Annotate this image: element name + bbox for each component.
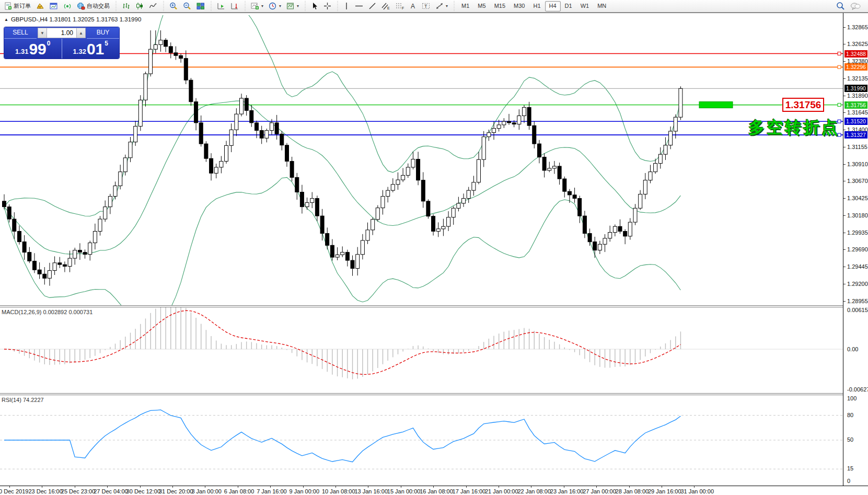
periods-button[interactable]: ▾	[266, 1, 284, 12]
candlestick-chart-button[interactable]	[133, 1, 146, 12]
timeframe-button-d1[interactable]: D1	[561, 1, 576, 11]
sell-button[interactable]: SELL	[4, 27, 37, 39]
horizontal-line-icon	[355, 2, 363, 10]
price-level-label: 1.32296	[844, 63, 867, 71]
price-tickmark	[843, 249, 846, 250]
price-axis[interactable]: 1.328651.326251.323801.321351.318901.316…	[843, 13, 868, 495]
buy-price-small: 1.32	[73, 48, 86, 55]
price-level-label: 1.31520	[844, 118, 867, 125]
price-tick-label: 1.28955	[847, 298, 868, 304]
price-tick-label: 1.29690	[847, 246, 868, 252]
price-tickmark	[843, 27, 846, 28]
trendline-button[interactable]	[366, 1, 379, 12]
zoom-out-button[interactable]	[180, 1, 194, 12]
price-tickmark	[843, 198, 846, 199]
zoom-in-button[interactable]	[167, 1, 180, 12]
main-chart-plot[interactable]	[0, 15, 843, 305]
fibonacci-button[interactable]: F	[393, 1, 407, 12]
time-tickmark	[531, 486, 531, 488]
indicators-dropdown-caret[interactable]: ▾	[261, 4, 263, 8]
autotrading-button[interactable]: 自动交易	[74, 1, 112, 12]
volume-up-button[interactable]: ▲	[76, 28, 86, 38]
time-label: 9 Jan 00:00	[290, 488, 320, 494]
cursor-button[interactable]	[308, 1, 321, 12]
price-tickmark	[843, 267, 846, 267]
templates-button[interactable]: ▾	[284, 1, 302, 12]
buy-price-big: 01	[87, 41, 104, 57]
sell-price[interactable]: 1.31 99 0	[4, 39, 62, 59]
chat-icon[interactable]	[850, 2, 861, 10]
collapse-triangle-icon[interactable]: ▲	[4, 17, 8, 22]
timeframe-button-h4[interactable]: H4	[545, 1, 561, 11]
zoom-out-icon	[183, 2, 191, 10]
timeframe-button-h1[interactable]: H1	[529, 1, 545, 11]
text-button[interactable]: A	[407, 1, 419, 12]
one-click-trading-panel: SELL ▼ 1.00 ▲ BUY 1.31 99 0 1.32 01 5	[4, 27, 119, 59]
time-label: 10 Jan 08:00	[322, 488, 355, 494]
time-tickmark	[662, 486, 662, 488]
label-button[interactable]: T	[419, 1, 433, 12]
new-chart-button[interactable]	[47, 1, 61, 12]
macd-plot[interactable]	[0, 307, 843, 394]
equidistant-channel-button[interactable]: E	[379, 1, 393, 12]
time-label: 23 Jan 16:00	[550, 488, 584, 494]
time-label: 22 Jan 08:00	[517, 488, 551, 494]
new-order-icon	[4, 2, 12, 10]
toolbar-separator	[336, 1, 339, 11]
price-tick-label: 1.30670	[847, 178, 868, 184]
sell-price-small: 1.31	[15, 48, 28, 55]
price-tickmark	[843, 112, 846, 113]
timeframe-button-m15[interactable]: M15	[490, 1, 510, 11]
bar-chart-button[interactable]	[119, 1, 133, 12]
buy-button[interactable]: BUY	[87, 27, 119, 39]
tile-windows-icon	[196, 2, 205, 10]
time-label: 3 Jan 00:00	[191, 488, 222, 494]
price-tickmark	[843, 78, 846, 79]
search-icon[interactable]	[836, 2, 845, 10]
signals-button[interactable]	[61, 1, 74, 12]
crosshair-button[interactable]	[321, 1, 334, 12]
time-tickmark	[107, 486, 108, 488]
arrows-button[interactable]: ▾	[433, 1, 450, 12]
timeframe-button-m5[interactable]: M5	[473, 1, 490, 11]
time-label: 17 Jan 16:00	[453, 488, 486, 494]
time-label: 30 Dec 12:00	[126, 488, 160, 494]
chart-window-icon	[50, 2, 58, 10]
volume-input[interactable]: 1.00	[47, 28, 76, 38]
time-tickmark	[629, 486, 630, 488]
market-watch-button[interactable]	[33, 1, 47, 12]
time-label: 21 Jan 00:00	[485, 488, 518, 494]
cursor-icon	[311, 2, 318, 10]
horizontal-line-button[interactable]	[352, 1, 366, 12]
chart-window: 1.328651.326251.323801.321351.318901.316…	[0, 13, 868, 495]
vertical-line-button[interactable]	[341, 1, 352, 12]
timeframe-button-m1[interactable]: M1	[457, 1, 473, 11]
arrows-dropdown-caret[interactable]: ▾	[446, 4, 448, 8]
time-tickmark	[596, 486, 597, 488]
indicators-icon	[251, 2, 259, 10]
price-tickmark	[843, 233, 846, 233]
sell-price-sup: 0	[47, 40, 51, 47]
auto-scroll-button[interactable]	[214, 1, 228, 12]
template-icon	[286, 2, 295, 10]
price-callout-box[interactable]: 1.31756	[782, 98, 824, 112]
time-axis[interactable]: 20 Dec 201923 Dec 16:0025 Dec 23:0027 De…	[0, 486, 868, 495]
autotrading-icon	[77, 2, 85, 10]
rsi-plot[interactable]	[0, 395, 843, 486]
tile-windows-button[interactable]	[194, 1, 207, 12]
new-order-button[interactable]: 新订单	[2, 1, 33, 12]
timeframe-button-m30[interactable]: M30	[510, 1, 529, 11]
periods-dropdown-caret[interactable]: ▾	[279, 4, 281, 8]
line-chart-button[interactable]	[146, 1, 160, 12]
volume-down-button[interactable]: ▼	[38, 28, 47, 38]
price-tick-label: 1.30180	[847, 212, 868, 218]
indicators-button[interactable]: ▾	[248, 1, 266, 12]
timeframe-button-mn[interactable]: MN	[593, 1, 610, 11]
rsi-tick-label: 50	[847, 436, 853, 443]
timeframe-button-w1[interactable]: W1	[576, 1, 594, 11]
chart-shift-button[interactable]	[228, 1, 241, 12]
chinese-annotation[interactable]: 多空转折点	[748, 117, 840, 139]
templates-dropdown-caret[interactable]: ▾	[297, 4, 299, 8]
candlestick-icon	[135, 2, 144, 10]
buy-price[interactable]: 1.32 01 5	[62, 39, 120, 59]
